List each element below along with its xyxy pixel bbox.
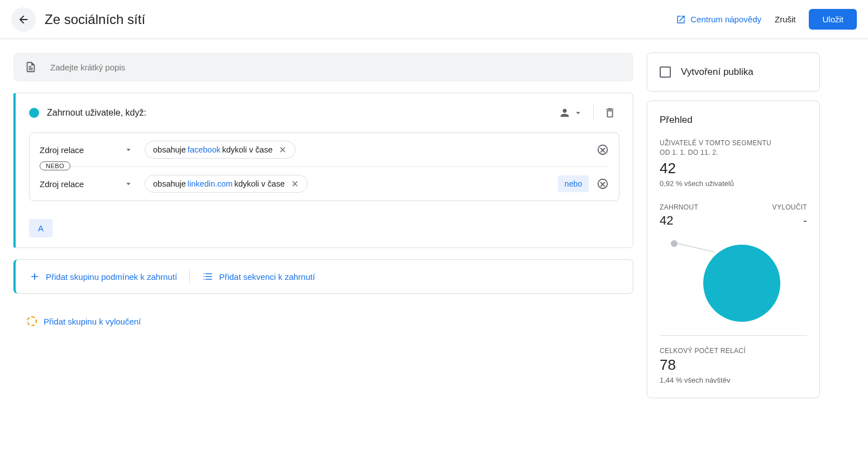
sessions-value: 78 — [660, 356, 807, 374]
save-button[interactable]: Uložit — [809, 9, 857, 30]
conditions-block: Zdroj relace obsahuje facebook kdykoli v… — [16, 132, 633, 211]
remove-condition-button[interactable] — [597, 178, 609, 190]
exclude-value: - — [803, 213, 807, 228]
add-and-button[interactable]: A — [29, 219, 53, 237]
include-exclude-values: 42 - — [660, 213, 807, 228]
cancel-button[interactable]: Zrušit — [775, 15, 796, 24]
or-badge: NEBO — [40, 161, 70, 170]
dimension-picker-2[interactable]: Zdroj relace — [40, 179, 133, 189]
condition-pill-1[interactable]: obsahuje facebook kdykoli v čase — [145, 141, 295, 159]
open-in-new-icon — [676, 15, 686, 25]
dimension-label: Zdroj relace — [40, 145, 123, 155]
pill-prefix: obsahuje — [153, 145, 186, 154]
description-icon — [25, 61, 37, 73]
help-link[interactable]: Centrum nápovědy — [676, 15, 761, 25]
row-actions-2: nebo — [558, 175, 609, 192]
scope-selector[interactable] — [555, 103, 586, 122]
overview-card: Přehled UŽIVATELÉ V TOMTO SEGMENTU OD 1.… — [647, 101, 820, 398]
include-exclude-labels: ZAHRNOUT VYLOUČIT — [660, 203, 807, 211]
condition-group: Zdroj relace obsahuje facebook kdykoli v… — [29, 132, 619, 201]
audience-checkbox[interactable] — [660, 66, 671, 78]
venn-big-circle — [703, 245, 780, 322]
dropdown-arrow-icon — [123, 145, 133, 155]
dropdown-arrow-icon — [573, 108, 583, 118]
description-input[interactable] — [50, 63, 622, 72]
add-exclusion-button[interactable]: Přidat skupinu k vyloučení — [13, 305, 633, 337]
condition-pill-2[interactable]: obsahuje linkedin.com kdykoli v čase — [145, 175, 308, 193]
arrow-back-icon — [17, 13, 30, 26]
exclude-label: VYLOUČIT — [772, 203, 807, 211]
sessions-pct: 1,44 % všech návštěv — [660, 376, 807, 384]
audience-checkbox-row: Vytvoření publika — [660, 66, 807, 78]
include-heading: Zahrnout uživatele, když: — [47, 108, 555, 118]
description-row — [13, 53, 633, 82]
add-condition-group-button[interactable]: Přidat skupinu podmínek k zahrnutí — [29, 271, 177, 282]
add-sequence-label: Přidat sekvenci k zahrnutí — [219, 272, 315, 282]
dimension-picker-1[interactable]: Zdroj relace — [40, 145, 133, 155]
pill-suffix: kdykoli v čase — [222, 145, 273, 154]
exclude-label: Přidat skupinu k vyloučení — [44, 317, 141, 326]
venn-connector — [675, 242, 715, 252]
right-column: Vytvoření publika Přehled UŽIVATELÉ V TO… — [647, 53, 820, 407]
overview-divider — [660, 335, 807, 336]
pill-prefix: obsahuje — [153, 179, 186, 188]
delete-group-button[interactable] — [600, 103, 619, 122]
header-actions: Centrum nápovědy Zrušit Uložit — [676, 9, 857, 30]
venn-small-circle — [671, 240, 678, 247]
person-icon — [559, 107, 571, 119]
include-indicator-dot — [29, 108, 39, 118]
sessions-label: CELKOVÝ POČET RELACÍ — [660, 347, 807, 355]
include-card: Zahrnout uživatele, když: Zdroj relace — [13, 93, 633, 248]
include-header: Zahrnout uživatele, když: — [16, 93, 633, 132]
users-value: 42 — [660, 160, 807, 177]
users-pct: 0,92 % všech uživatelů — [660, 179, 807, 188]
include-value: 42 — [660, 213, 673, 228]
users-label: UŽIVATELÉ V TOMTO SEGMENTU — [660, 139, 807, 147]
add-group-label: Přidat skupinu podmínek k zahrnutí — [46, 272, 177, 282]
condition-row-1: Zdroj relace obsahuje facebook kdykoli v… — [30, 133, 619, 166]
pill-remove-button[interactable] — [278, 145, 287, 154]
pill-value: facebook — [188, 145, 221, 154]
add-sequence-button[interactable]: Přidat sekvenci k zahrnutí — [202, 271, 315, 282]
pill-remove-button[interactable] — [290, 179, 299, 188]
app-header: Ze sociálních sítí Centrum nápovědy Zruš… — [0, 0, 868, 39]
dimension-label: Zdroj relace — [40, 179, 123, 189]
header-divider — [593, 105, 594, 121]
pill-suffix: kdykoli v čase — [234, 179, 284, 188]
left-column: Zahrnout uživatele, když: Zdroj relace — [13, 53, 633, 407]
audience-label: Vytvoření publika — [681, 66, 753, 78]
sequence-icon — [202, 271, 213, 282]
close-icon — [290, 179, 299, 188]
main-content: Zahrnout uživatele, když: Zdroj relace — [0, 39, 868, 421]
page-title: Ze sociálních sítí — [45, 12, 676, 27]
actions-divider — [189, 270, 190, 283]
exclude-circle-icon — [27, 316, 37, 326]
date-range: OD 1. 1. DO 11. 2. — [660, 149, 807, 156]
row-actions-1 — [597, 144, 609, 156]
close-icon — [278, 145, 287, 154]
help-link-label: Centrum nápovědy — [690, 15, 761, 24]
close-circle-icon — [597, 178, 609, 190]
include-label: ZAHRNOUT — [660, 203, 698, 211]
pill-value: linkedin.com — [188, 179, 233, 188]
audience-card: Vytvoření publika — [647, 53, 820, 92]
overview-title: Přehled — [660, 115, 807, 126]
plus-icon — [29, 271, 40, 282]
add-actions-card: Přidat skupinu podmínek k zahrnutí Přida… — [13, 259, 633, 294]
close-circle-icon — [597, 144, 609, 156]
back-button[interactable] — [11, 7, 36, 32]
venn-chart — [660, 235, 807, 324]
add-or-button[interactable]: nebo — [558, 175, 589, 192]
trash-icon — [604, 107, 616, 119]
remove-condition-button[interactable] — [597, 144, 609, 156]
condition-row-2: NEBO Zdroj relace obsahuje linkedin.com … — [30, 167, 619, 201]
dropdown-arrow-icon — [123, 179, 133, 189]
